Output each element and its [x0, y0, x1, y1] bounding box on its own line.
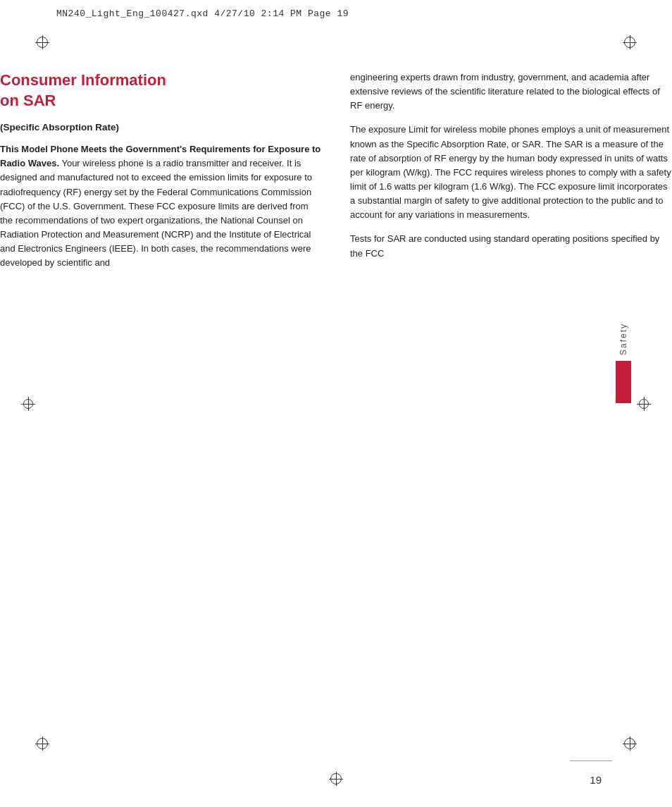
right-column: engineering experts drawn from industry,… — [350, 70, 672, 280]
left-body-text: This Model Phone Meets the Government's … — [0, 142, 322, 270]
page-container: MN240_Light_Eng_100427.qxd 4/27/10 2:14 … — [0, 0, 672, 807]
reg-mark-top-left — [35, 35, 49, 49]
page-number: 19 — [590, 774, 602, 786]
right-paragraph-3: Tests for SAR are conducted using standa… — [350, 232, 672, 260]
reg-mark-right — [637, 397, 651, 411]
bold-intro: This Model Phone Meets the Government's … — [0, 144, 321, 168]
reg-mark-bottom-right — [623, 737, 637, 751]
side-tab: Safety — [614, 323, 633, 403]
side-tab-bar — [616, 361, 631, 403]
main-content: Consumer Information on SAR (Specific Ab… — [0, 0, 672, 280]
reg-circle-tl — [37, 37, 48, 48]
title-line1: Consumer Information — [0, 71, 166, 89]
section-title: Consumer Information on SAR — [0, 70, 322, 111]
subtitle: (Specific Absorption Rate) — [0, 122, 322, 133]
file-header: MN240_Light_Eng_100427.qxd 4/27/10 2:14 … — [56, 8, 616, 19]
reg-circle-bottom — [330, 773, 342, 784]
side-tab-label: Safety — [618, 323, 628, 355]
reg-circle-br — [624, 738, 635, 749]
file-info-text: MN240_Light_Eng_100427.qxd 4/27/10 2:14 … — [56, 8, 349, 19]
reg-mark-bottom-left — [35, 737, 49, 751]
reg-circle-left — [23, 399, 33, 409]
right-paragraph-2: The exposure Limit for wireless mobile p… — [350, 123, 672, 222]
separator-line — [570, 760, 612, 761]
reg-mark-bottom-center — [329, 772, 343, 786]
reg-mark-left — [21, 397, 35, 411]
title-line2: on SAR — [0, 92, 56, 109]
left-column: Consumer Information on SAR (Specific Ab… — [0, 70, 322, 280]
right-paragraph-1: engineering experts drawn from industry,… — [350, 70, 672, 113]
reg-circle-bl — [37, 738, 48, 749]
reg-circle-tr — [624, 37, 635, 48]
reg-circle-right — [639, 399, 649, 409]
reg-mark-top-right — [623, 35, 637, 49]
